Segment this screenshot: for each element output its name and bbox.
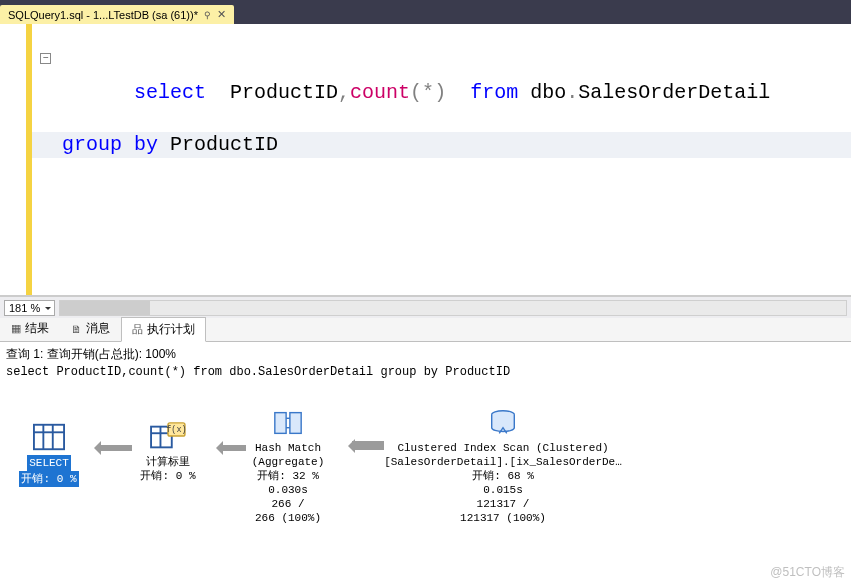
plan-query-text: select ProductID,count(*) from dbo.Sales… xyxy=(6,365,845,379)
results-tab-bar: ▦结果 🗎消息 品执行计划 xyxy=(0,318,851,342)
select-icon xyxy=(30,421,68,453)
plan-query-cost: 查询 1: 查询开销(占总批): 100% xyxy=(6,346,845,363)
tab-title: SQLQuery1.sql - 1...LTestDB (sa (61))* xyxy=(8,9,198,21)
scan-rows2: 121317 (100%) xyxy=(378,511,628,525)
kw-group: group xyxy=(62,133,122,156)
tab-label: 消息 xyxy=(86,320,110,337)
tok: * xyxy=(422,81,434,104)
kw-select: select xyxy=(134,81,206,104)
code-column[interactable]: −select ProductID,count(*) from dbo.Sale… xyxy=(32,24,851,295)
zoom-dropdown[interactable]: 181 % xyxy=(4,300,55,316)
index-scan-icon xyxy=(484,407,522,439)
svg-text:f(x): f(x) xyxy=(166,425,186,435)
sql-editor[interactable]: −select ProductID,count(*) from dbo.Sale… xyxy=(0,24,851,296)
editor-margin xyxy=(0,24,32,295)
execution-plan-canvas[interactable]: SELECT 开销: 0 % f(x) 计算标里 开销: 0 % Hash Ma… xyxy=(0,389,851,569)
document-tab[interactable]: SQLQuery1.sql - 1...LTestDB (sa (61))* ⚲… xyxy=(0,5,234,24)
collapse-icon[interactable]: − xyxy=(40,53,51,64)
tok xyxy=(122,133,134,156)
scan-time: 0.015s xyxy=(378,483,628,497)
hash-rows2: 266 (100%) xyxy=(228,511,348,525)
document-tab-bar: SQLQuery1.sql - 1...LTestDB (sa (61))* ⚲… xyxy=(0,0,851,24)
tok: . xyxy=(566,81,578,104)
hash-sub: (Aggregate) xyxy=(228,455,348,469)
tok: ProductID xyxy=(206,81,338,104)
scan-rows1: 121317 / xyxy=(378,497,628,511)
svg-rect-9 xyxy=(275,413,286,434)
watermark: @51CTO博客 xyxy=(770,564,845,581)
scrollbar-thumb[interactable] xyxy=(60,301,150,315)
select-label: SELECT xyxy=(27,455,71,471)
plan-node-select[interactable]: SELECT 开销: 0 % xyxy=(14,421,84,487)
zoom-value: 181 % xyxy=(9,302,40,314)
tab-label: 结果 xyxy=(25,320,49,337)
tok: ProductID xyxy=(158,133,278,156)
results-tab-plan[interactable]: 品执行计划 xyxy=(121,317,206,342)
results-tab-results[interactable]: ▦结果 xyxy=(0,316,60,341)
compute-scalar-icon: f(x) xyxy=(149,421,187,453)
horizontal-scrollbar[interactable] xyxy=(59,300,847,316)
svg-rect-10 xyxy=(290,413,301,434)
hash-match-icon xyxy=(269,407,307,439)
hash-cost: 开销: 32 % xyxy=(228,469,348,483)
tok: SalesOrderDetail xyxy=(578,81,770,104)
close-icon[interactable]: ✕ xyxy=(217,8,226,21)
plan-node-hash-match[interactable]: Hash Match (Aggregate) 开销: 32 % 0.030s 2… xyxy=(228,407,348,525)
plan-arrow xyxy=(88,443,132,453)
tab-label: 执行计划 xyxy=(147,321,195,338)
code-line-1[interactable]: −select ProductID,count(*) from dbo.Sale… xyxy=(32,54,851,132)
tok: , xyxy=(338,81,350,104)
kw-from: from xyxy=(470,81,518,104)
code-line-2[interactable]: group by ProductID xyxy=(32,132,851,158)
editor-status-bar: 181 % xyxy=(0,296,851,318)
tok: ( xyxy=(410,81,422,104)
tok xyxy=(446,81,470,104)
plan-node-compute-scalar[interactable]: f(x) 计算标里 开销: 0 % xyxy=(128,421,208,483)
scan-sub: [SalesOrderDetail].[ix_SalesOrderDe… xyxy=(378,455,628,469)
kw-by: by xyxy=(134,133,158,156)
grid-icon: ▦ xyxy=(11,322,21,335)
pin-icon[interactable]: ⚲ xyxy=(204,10,211,20)
results-tab-messages[interactable]: 🗎消息 xyxy=(60,316,121,341)
hash-rows1: 266 / xyxy=(228,497,348,511)
tok: dbo xyxy=(518,81,566,104)
hash-label: Hash Match xyxy=(228,441,348,455)
scalar-cost: 开销: 0 % xyxy=(128,469,208,483)
plan-icon: 品 xyxy=(132,322,143,337)
tok: ) xyxy=(434,81,446,104)
svg-rect-0 xyxy=(34,425,64,449)
select-cost: 开销: 0 % xyxy=(19,471,78,487)
plan-node-clustered-index-scan[interactable]: Clustered Index Scan (Clustered) [SalesO… xyxy=(378,407,628,525)
scalar-label: 计算标里 xyxy=(128,455,208,469)
plan-header: 查询 1: 查询开销(占总批): 100% select ProductID,c… xyxy=(0,342,851,383)
scan-label: Clustered Index Scan (Clustered) xyxy=(378,441,628,455)
hash-time: 0.030s xyxy=(228,483,348,497)
messages-icon: 🗎 xyxy=(71,323,82,335)
scan-cost: 开销: 68 % xyxy=(378,469,628,483)
tok: count xyxy=(350,81,410,104)
